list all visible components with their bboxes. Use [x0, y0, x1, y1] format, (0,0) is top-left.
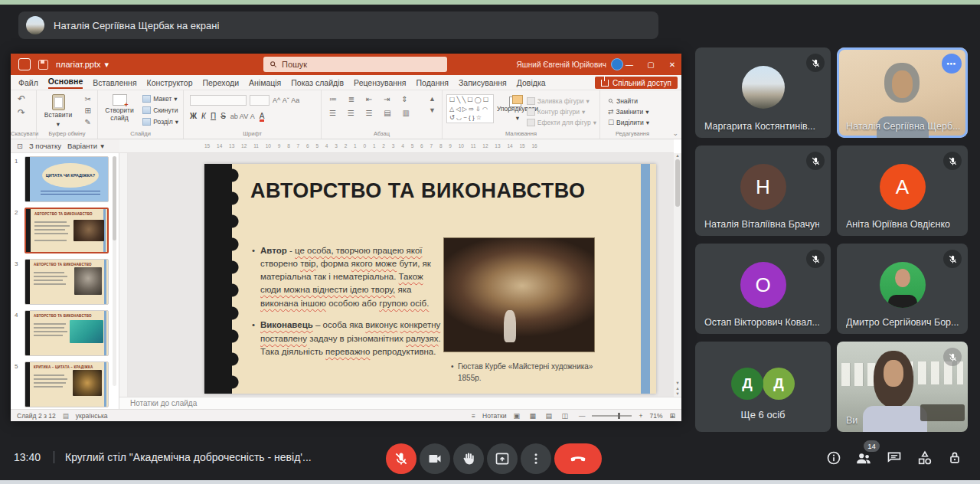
share-access-button[interactable]: Спільний доступ [595, 77, 678, 89]
tab-design[interactable]: Конструктор [147, 78, 193, 87]
align-text-icon[interactable]: ▼ [429, 106, 436, 114]
overflow-participants-tile[interactable]: Д Д Ще 6 осіб [695, 342, 831, 432]
shapes-gallery[interactable]: ☐ ╲ ╲ ☐ ◯ ☐ △ ◁ ▷ ⇨ ⇩ ◠ ↺ ◡ ~ { } ☆ [446, 94, 494, 123]
font-size-box[interactable] [250, 95, 270, 106]
mic-toggle-button[interactable] [386, 443, 416, 474]
search-input[interactable]: Пошук [263, 57, 447, 72]
tab-home[interactable]: Основне [48, 77, 83, 89]
undo-icon[interactable]: ↶ [18, 93, 25, 104]
italic-button[interactable]: К [201, 112, 206, 120]
from-beginning-button[interactable]: З початку [29, 142, 61, 150]
alignment-icons[interactable]: ☰ ☰ ☰ ▤ ▥ [329, 109, 414, 117]
strikethrough-button[interactable]: S [220, 112, 226, 120]
participant-tile-dmytro[interactable]: Дмитро Сергійович Бор... [837, 244, 968, 334]
maximize-button[interactable]: ▢ [646, 60, 655, 69]
view-buttons[interactable]: ▣ ▦ ▤ ◫ [513, 412, 572, 420]
spellcheck-icon[interactable]: ▤ [63, 412, 69, 420]
close-button[interactable]: ✕ [668, 60, 677, 69]
copy-icon[interactable]: ⊞ [85, 106, 91, 115]
font-color-button[interactable]: А [260, 113, 265, 122]
tile-options-button[interactable]: ⋯ [942, 54, 962, 74]
canvas-scrollbar[interactable]: ▲ ▼ ▲ ▼ [674, 153, 681, 397]
ribbon-tab-bar: Файл Основне Вставлення Конструктор Пере… [11, 75, 681, 90]
slide-thumbnail-4[interactable]: АВТОРСТВО ТА ВИКОНАВСТВО [24, 310, 109, 356]
zoom-out-button[interactable]: — [579, 412, 586, 420]
tab-file[interactable]: Файл [18, 78, 38, 87]
chat-button[interactable] [885, 449, 903, 467]
text-effects-icons[interactable]: ab AV А [230, 113, 255, 120]
zoom-in-button[interactable]: + [639, 412, 642, 420]
bold-button[interactable]: Ж [190, 112, 197, 120]
slide-thumbnail-1[interactable]: ЦИТАТА ЧИ КРАДІЖКА? [24, 156, 109, 202]
file-name[interactable]: плагіат.pptx ▾ [56, 60, 109, 70]
slide-thumbnail-3[interactable]: АВТОРСТВО ТА ВИКОНАВСТВО [24, 259, 109, 305]
meeting-details-button[interactable] [825, 449, 843, 467]
scroll-down-icon[interactable]: ▼ [675, 381, 679, 385]
participant-tile-anita[interactable]: А Аніта Юріївна Овдієнко [837, 146, 968, 236]
end-call-button[interactable] [554, 443, 602, 474]
tab-slideshow[interactable]: Показ слайдів [291, 78, 344, 87]
select-button[interactable]: ☐ Виділити ▾ [608, 119, 649, 126]
save-icon[interactable] [38, 60, 48, 70]
slide-thumbnail-2-selected[interactable]: АВТОРСТВО ТА ВИКОНАВСТВО [24, 208, 109, 253]
participant-tile-natalia-presenter[interactable]: ⋯ Наталія Сергіївна Щерб... [837, 47, 968, 138]
layout-button[interactable]: Макет ▾ [142, 95, 178, 103]
minimize-button[interactable]: — [625, 60, 634, 69]
format-painter-icon[interactable]: ✎ [85, 118, 91, 126]
tab-review[interactable]: Рецензування [354, 78, 406, 87]
notes-toggle[interactable]: Нотатки [482, 412, 506, 420]
font-name-box[interactable] [190, 95, 247, 106]
scroll-up-icon[interactable]: ▲ [675, 153, 679, 158]
shape-effects-button[interactable]: Ефекти для фігур ▾ [527, 119, 596, 126]
tab-insert[interactable]: Вставлення [93, 78, 136, 87]
slide-thumbnail-5[interactable]: КРИТИКА – ЦИТАТА – КРАДІЖКА [24, 361, 109, 407]
new-slide-button[interactable]: Створити слайд [102, 94, 137, 123]
notes-toggle-icon[interactable]: ≡ [472, 412, 475, 420]
tab-view[interactable]: Подання [416, 78, 449, 87]
participant-tile-margaryta[interactable]: Маргарита Костянтинів... [695, 47, 831, 138]
next-slide-icon[interactable]: ▼ [675, 391, 679, 396]
redo-icon[interactable]: ↷ [18, 107, 25, 118]
previous-slide-icon[interactable]: ▲ [675, 386, 679, 391]
self-video-tile[interactable]: Ви [837, 342, 968, 432]
find-button[interactable]: Знайти [608, 97, 649, 105]
variants-dropdown[interactable]: Варіанти ▾ [67, 142, 104, 150]
tab-animations[interactable]: Анімація [249, 78, 281, 87]
screen-share-banner: Наталія Сергіївна Щербак на екрані [18, 11, 658, 39]
zoom-slider[interactable] [592, 415, 632, 417]
cut-icon[interactable]: ✂ [85, 95, 91, 103]
notes-pane[interactable]: Нотатки до слайда [119, 397, 681, 409]
raise-hand-button[interactable] [453, 443, 484, 474]
present-screen-button[interactable] [487, 443, 518, 474]
current-slide[interactable]: АВТОРСТВО ТА ВИКОНАВСТВО •Автор - це осо… [204, 164, 656, 394]
host-controls-button[interactable] [946, 449, 964, 467]
scrollbar-thumb[interactable] [675, 159, 680, 207]
list-indent-icons[interactable]: ≔ ≣ ⇤ ⇥ ⇕ [329, 95, 414, 103]
more-options-button[interactable] [521, 443, 551, 474]
shape-fill-icon [527, 97, 535, 105]
fit-slide-button[interactable]: ⊞ [669, 412, 675, 420]
shape-fill-button[interactable]: Заливка фігури ▾ [527, 97, 596, 105]
avatar-initial: А [880, 164, 926, 210]
section-button[interactable]: Розділ ▾ [142, 118, 178, 126]
shape-outline-button[interactable]: Контур фігури ▾ [527, 108, 596, 116]
activities-button[interactable] [916, 449, 934, 467]
reset-button[interactable]: Скинути [142, 106, 178, 114]
tab-transitions[interactable]: Переходи [202, 78, 239, 87]
replace-button[interactable]: ⇄ Замінити ▾ [608, 108, 649, 116]
slide-body-text: •Автор - це особа, творчою працею якої с… [252, 235, 442, 365]
language-indicator[interactable]: українська [76, 412, 108, 420]
tab-record[interactable]: Записування [459, 78, 507, 87]
camera-toggle-button[interactable] [420, 443, 450, 474]
participant-tile-natalia-brachun[interactable]: Н Наталія Віталіївна Брачун [695, 146, 831, 236]
text-direction-icon[interactable]: ▲ [429, 95, 436, 103]
collapse-ribbon-icon[interactable]: ⌄ [672, 129, 678, 137]
thumbnail-scrollbar[interactable] [113, 156, 116, 386]
paste-button[interactable]: Вставити ▾ [43, 94, 74, 129]
font-grow-shrink-icons[interactable]: А^ Аˇ Аа [273, 96, 299, 104]
zoom-level[interactable]: 71% [649, 412, 662, 420]
account-area[interactable]: Яшний Євгеній Юрійович [517, 54, 623, 75]
underline-button[interactable]: П [211, 112, 216, 120]
participant-tile-ostap[interactable]: О Остап Вікторович Ковал... [695, 244, 831, 334]
tab-help[interactable]: Довідка [517, 78, 546, 87]
